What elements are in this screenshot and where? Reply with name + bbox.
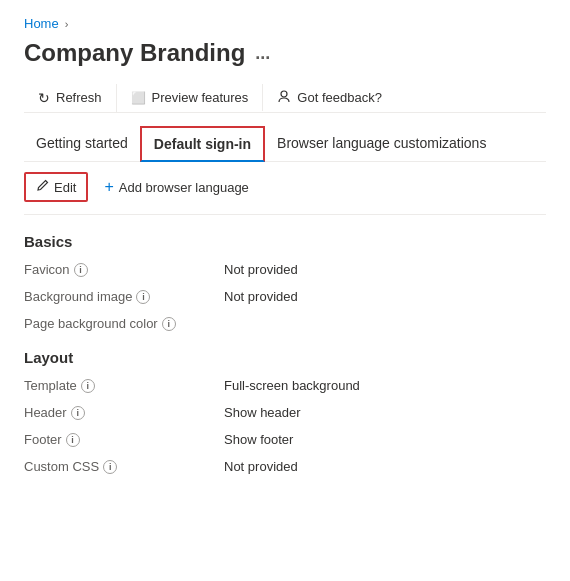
preview-icon: ⬜ (131, 91, 146, 105)
svg-point-0 (281, 91, 287, 97)
layout-title: Layout (24, 349, 546, 366)
header-row: Header i Show header (24, 405, 546, 420)
custom-css-info-icon[interactable]: i (103, 460, 117, 474)
tab-default-sign-in[interactable]: Default sign-in (140, 126, 265, 162)
refresh-button[interactable]: ↻ Refresh (24, 84, 117, 112)
tab-getting-started[interactable]: Getting started (24, 127, 140, 161)
page-title: Company Branding (24, 39, 245, 67)
refresh-icon: ↻ (38, 90, 50, 106)
footer-label: Footer i (24, 432, 224, 447)
refresh-label: Refresh (56, 90, 102, 105)
header-info-icon[interactable]: i (71, 406, 85, 420)
favicon-label: Favicon i (24, 262, 224, 277)
edit-icon (36, 179, 49, 195)
page-background-color-info-icon[interactable]: i (162, 317, 176, 331)
template-info-icon[interactable]: i (81, 379, 95, 393)
tab-browser-language[interactable]: Browser language customizations (265, 127, 498, 161)
feedback-button[interactable]: Got feedback? (263, 83, 396, 112)
add-language-label: Add browser language (119, 180, 249, 195)
background-image-info-icon[interactable]: i (136, 290, 150, 304)
breadcrumb-home[interactable]: Home (24, 16, 59, 31)
page-title-row: Company Branding ... (24, 39, 546, 67)
breadcrumb: Home › (24, 16, 546, 31)
favicon-value: Not provided (224, 262, 298, 277)
tabs-row: Getting started Default sign-in Browser … (24, 125, 546, 162)
template-label: Template i (24, 378, 224, 393)
add-icon: + (104, 178, 113, 196)
custom-css-label: Custom CSS i (24, 459, 224, 474)
favicon-row: Favicon i Not provided (24, 262, 546, 277)
favicon-info-icon[interactable]: i (74, 263, 88, 277)
more-options-icon[interactable]: ... (255, 43, 270, 64)
template-value: Full-screen background (224, 378, 360, 393)
add-browser-language-button[interactable]: + Add browser language (104, 178, 248, 196)
basics-title: Basics (24, 233, 546, 250)
footer-row: Footer i Show footer (24, 432, 546, 447)
edit-label: Edit (54, 180, 76, 195)
custom-css-value: Not provided (224, 459, 298, 474)
feedback-label: Got feedback? (297, 90, 382, 105)
background-image-value: Not provided (224, 289, 298, 304)
feedback-icon (277, 89, 291, 106)
action-bar: Edit + Add browser language (24, 162, 546, 215)
preview-label: Preview features (152, 90, 249, 105)
preview-features-button[interactable]: ⬜ Preview features (117, 84, 264, 111)
footer-value: Show footer (224, 432, 293, 447)
background-image-label: Background image i (24, 289, 224, 304)
edit-button[interactable]: Edit (24, 172, 88, 202)
header-value: Show header (224, 405, 301, 420)
header-label: Header i (24, 405, 224, 420)
toolbar: ↻ Refresh ⬜ Preview features Got feedbac… (24, 83, 546, 113)
page-background-color-label: Page background color i (24, 316, 224, 331)
layout-section: Layout Template i Full-screen background… (24, 349, 546, 474)
template-row: Template i Full-screen background (24, 378, 546, 393)
custom-css-row: Custom CSS i Not provided (24, 459, 546, 474)
footer-info-icon[interactable]: i (66, 433, 80, 447)
page-background-color-row: Page background color i (24, 316, 546, 331)
breadcrumb-chevron: › (65, 18, 69, 30)
background-image-row: Background image i Not provided (24, 289, 546, 304)
basics-section: Basics Favicon i Not provided Background… (24, 233, 546, 331)
